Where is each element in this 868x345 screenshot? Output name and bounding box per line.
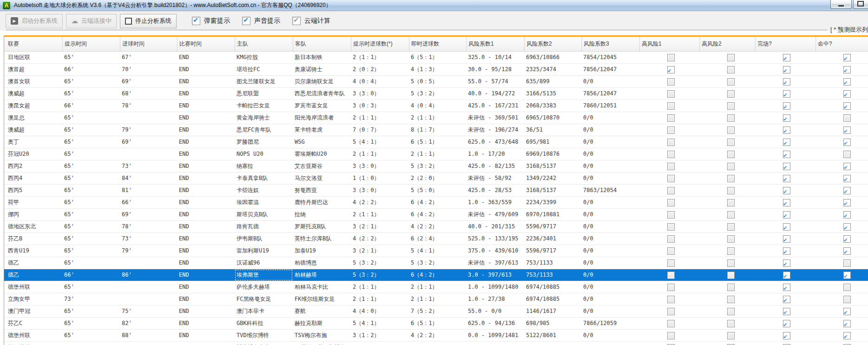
high-risk1-checkbox[interactable] [667,235,675,243]
finished-checkbox[interactable] [783,114,790,122]
high-risk2-checkbox[interactable] [727,259,735,267]
column-header-1[interactable]: 提示时间 [62,37,120,51]
finished-checkbox[interactable] [783,90,790,98]
hit-checkbox[interactable] [843,151,851,158]
high-risk2-checkbox[interactable] [727,332,735,339]
column-header-6[interactable]: 提示时进球数(*) [351,37,409,51]
table-row[interactable]: 芬乙B65'73'END伊韦斯B队英特土尔库B队4（2：2）6（2：4）525.… [4,233,868,245]
finished-checkbox[interactable] [783,199,790,206]
high-risk2-checkbox[interactable] [727,187,735,194]
high-risk1-checkbox[interactable] [667,187,675,194]
table-row[interactable]: 澳首超66'70'END堪培拉FC奥康诺骑士2（0：2）4（1：3）30.0 -… [4,64,868,76]
table-row[interactable]: 德堡州联65'END萨伦多夫赫塔柏林马克卡比2（1：1）2（1：1）1.0 - … [4,281,868,293]
high-risk2-checkbox[interactable] [727,284,735,291]
finished-checkbox[interactable] [783,151,790,158]
column-header-5[interactable]: 客队 [293,37,351,51]
finished-checkbox[interactable] [783,175,790,182]
hit-checkbox[interactable] [843,296,851,303]
finished-checkbox[interactable] [783,247,790,255]
high-risk2-checkbox[interactable] [727,235,735,243]
cloud-calc-checkbox[interactable] [292,17,301,25]
high-risk2-checkbox[interactable] [727,211,735,219]
finished-checkbox[interactable] [783,211,790,219]
high-risk2-checkbox[interactable] [727,90,735,98]
hit-checkbox[interactable] [843,284,851,291]
finished-checkbox[interactable] [783,163,790,170]
sound-alert-checkbox[interactable] [242,17,250,25]
column-header-4[interactable]: 主队 [235,37,293,51]
hit-checkbox[interactable] [843,78,851,86]
table-row[interactable]: 西丙265'73'END纳塞拉艾古亚斯谷3（3：0）5（3：2）425.0 - … [4,160,868,172]
hit-checkbox[interactable] [843,320,851,327]
table-row[interactable]: 澳昆女超66'78'END卡帕拉巴女足罗宾市蓝女足3（0：3）4（0：4）425… [4,100,868,112]
high-risk1-checkbox[interactable] [667,102,675,110]
table-row[interactable]: 奥丁65'69'END罗滕团尼WSG5（4：1）6（5：1）625.0 - 47… [4,136,868,148]
table-row[interactable]: 德乙66'86'END埃弗斯堡柏林赫塔5（3：2）6（4：2）3.0 - 397… [4,269,868,281]
table-row[interactable]: 立陶女甲73'ENDFC黑格曼女足FK维尔纽斯女足2（1：1）2（1：1）1.0… [4,293,868,305]
finished-checkbox[interactable] [783,296,790,303]
column-header-9[interactable]: 风险系数2 [524,37,581,51]
column-header-13[interactable]: 完场? [755,37,815,51]
table-row[interactable]: 日地区联65'67'ENDKMG控股新日本制铁2（1：1）6（5：1）325.0… [4,52,868,64]
high-risk2-checkbox[interactable] [727,126,735,134]
high-risk1-checkbox[interactable] [667,223,675,231]
popup-alert-checkbox[interactable] [192,17,200,25]
high-risk2-checkbox[interactable] [727,139,735,146]
finished-checkbox[interactable] [783,66,790,73]
high-risk1-checkbox[interactable] [667,114,675,122]
table-row[interactable]: 芬冠U2065'ENDNOPS U20霍埃斯帕U202（1：1）2（1：1）1.… [4,148,868,160]
finished-checkbox[interactable] [783,78,790,86]
finished-checkbox[interactable] [783,223,790,231]
high-risk2-checkbox[interactable] [727,66,735,73]
table-row[interactable]: 德地区东北65'78'END路肯瓦德罗斯托克B队3（2：1）4（2：2）40.0… [4,221,868,233]
high-risk1-checkbox[interactable] [667,320,675,327]
finished-checkbox[interactable] [783,54,790,61]
high-risk1-checkbox[interactable] [667,126,675,134]
hit-checkbox[interactable] [843,175,851,182]
high-risk2-checkbox[interactable] [727,247,735,255]
finished-checkbox[interactable] [783,284,790,291]
column-header-7[interactable]: 即时进球数 [409,37,466,51]
high-risk2-checkbox[interactable] [727,199,735,206]
high-risk2-checkbox[interactable] [727,223,735,231]
finished-checkbox[interactable] [783,259,790,267]
table-row[interactable]: 德乙65'END汉诺威96柏德博恩5（3：2）5（3：2）未评估 - 397/6… [4,257,868,269]
hit-checkbox[interactable] [843,211,851,219]
finished-checkbox[interactable] [783,126,790,134]
high-risk1-checkbox[interactable] [667,259,675,267]
high-risk2-checkbox[interactable] [727,272,735,279]
table-row[interactable]: 芬乙C65'82'ENDGBK科科拉赫拉克勒斯5（4：1）6（5：1）625.0… [4,318,868,330]
high-risk1-checkbox[interactable] [667,308,675,315]
hit-checkbox[interactable] [843,223,851,231]
table-row[interactable]: 西丙465'84'END卡泰真拿B队马尔文洛亚1（1：0）2（2：0）未评估 -… [4,172,868,185]
table-row[interactable]: 澳首女联65'69'END图戈兰隆联女足贝尔康纳联女足4（0：4）5（0：5）5… [4,76,868,88]
high-risk1-checkbox[interactable] [667,163,675,170]
minimize-button[interactable] [830,0,852,9]
hit-checkbox[interactable] [843,272,851,279]
table-row[interactable]: 西青U1965'79'END雷加利斯U19加泰U193（2：1）5（4：1）37… [4,245,868,257]
hit-checkbox[interactable] [843,259,851,267]
column-header-8[interactable]: 风险系数1 [466,37,524,51]
high-risk1-checkbox[interactable] [667,211,675,219]
high-risk2-checkbox[interactable] [727,320,735,327]
column-header-10[interactable]: 风险系数3 [581,37,639,51]
table-row[interactable]: 澳足总65'END黄金海岸骑士阳光海岸流浪者2（1：1）2（1：1）未评估 - … [4,112,868,124]
finished-checkbox[interactable] [783,235,790,243]
hit-checkbox[interactable] [843,163,851,170]
high-risk1-checkbox[interactable] [667,90,675,98]
finished-checkbox[interactable] [783,187,790,194]
finished-checkbox[interactable] [783,320,790,327]
hit-checkbox[interactable] [843,90,851,98]
hit-checkbox[interactable] [843,66,851,73]
high-risk1-checkbox[interactable] [667,66,675,73]
high-risk2-checkbox[interactable] [727,175,735,182]
table-row[interactable]: 澳威超65'79'END悉尼FC青年队莱卡特老虎7（0：7）8（1：7）未评估 … [4,124,868,136]
hit-checkbox[interactable] [843,199,851,206]
high-risk1-checkbox[interactable] [667,332,675,339]
table-row[interactable]: 德堡州联65'88'ENDTVD维尔博特TSV梅尔布施3（1：2）4（2：2）0… [4,330,868,342]
column-header-14[interactable]: 命中? [815,37,868,51]
high-risk1-checkbox[interactable] [667,272,675,279]
hit-checkbox[interactable] [843,187,851,194]
table-row[interactable]: 挪丙65'69'END斯塔贝克B队拉纳2（1：1）6（4：2）未评估 - 479… [4,209,868,221]
high-risk2-checkbox[interactable] [727,296,735,303]
